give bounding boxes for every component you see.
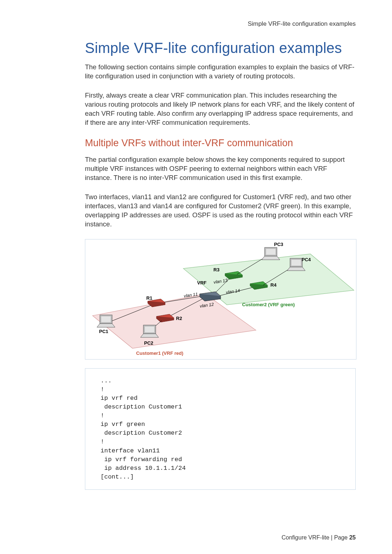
r4-label: R4: [270, 282, 277, 288]
svg-rect-11: [145, 327, 154, 332]
pc3-icon: [262, 247, 280, 260]
pc2-label: PC2: [144, 340, 153, 346]
intro-paragraph-2: Firstly, always create a clear VRF commu…: [85, 91, 356, 127]
page-title: Simple VRF-lite configuration examples: [85, 40, 356, 56]
footer-text: Configure VRF-lite | Page: [282, 534, 349, 541]
customer1-caption: Customer1 (VRF red): [136, 350, 183, 356]
pc1-icon: [97, 315, 115, 327]
customer2-caption: Customer2 (VRF green): [242, 302, 295, 307]
section-paragraph-2: Two interfaces, vlan11 and vlan12 are co…: [85, 193, 356, 229]
page: Simple VRF-lite configuration examples S…: [0, 0, 392, 554]
vrf-switch-icon: [200, 292, 221, 301]
r2-label: R2: [176, 316, 182, 321]
pc2-icon: [140, 325, 159, 337]
pc4-label: PC4: [302, 257, 311, 262]
section-paragraph-1: The partial configuration example below …: [85, 155, 356, 182]
r1-label: R1: [146, 295, 152, 301]
footer-page-number: 25: [349, 534, 356, 541]
vrf-label: VRF: [197, 280, 207, 286]
svg-rect-13: [266, 249, 275, 255]
section-heading: Multiple VRFs without inter-VRF communic…: [85, 138, 356, 149]
pc3-label: PC3: [274, 242, 283, 247]
running-header: Simple VRF-lite configuration examples: [85, 20, 356, 28]
intro-paragraph-1: The following section contains simple co…: [85, 63, 356, 81]
svg-rect-15: [291, 260, 301, 266]
page-footer: Configure VRF-lite | Page 25: [282, 534, 356, 541]
network-diagram: VRF R1 R2 R3 R4: [85, 239, 356, 360]
config-code-block: ... ! ip vrf red description Customer1 !…: [85, 368, 356, 490]
r3-label: R3: [213, 267, 220, 272]
pc1-label: PC1: [99, 329, 108, 334]
svg-rect-9: [101, 316, 111, 322]
